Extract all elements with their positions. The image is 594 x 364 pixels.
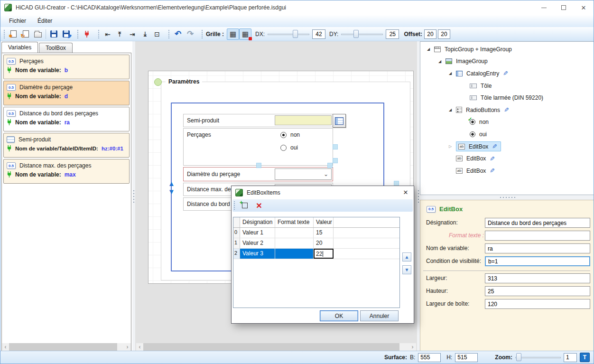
left-panel-hscrollbar[interactable]: ‹ ›: [2, 343, 131, 351]
toolbar-grip[interactable]: [77, 29, 79, 39]
cell-valeur-editing[interactable]: 22: [314, 249, 334, 259]
offset-x-input[interactable]: [424, 29, 436, 39]
align-top-button[interactable]: ⇤: [114, 28, 126, 40]
align-bottom-button[interactable]: ⇤: [139, 28, 151, 40]
tree-props-splitter[interactable]: [420, 195, 594, 200]
redo-button[interactable]: ↷: [184, 28, 196, 40]
expander-closed-icon[interactable]: ▷: [449, 144, 456, 149]
offset-y-input[interactable]: [438, 29, 450, 39]
surface-b-input[interactable]: [418, 353, 441, 362]
resize-handle[interactable]: [333, 144, 338, 149]
surface-h-input[interactable]: [455, 353, 478, 362]
zoom-slider-thumb[interactable]: [516, 353, 521, 361]
zoom-input[interactable]: [564, 353, 577, 362]
cell-designation[interactable]: Valeur 2: [240, 238, 275, 248]
minimize-button[interactable]: [534, 0, 554, 15]
expander-open-icon[interactable]: ◢: [438, 59, 446, 64]
tree-item-editbox-1[interactable]: ▷ ab EditBox ✎: [420, 140, 594, 153]
tree-item-tole[interactable]: Tôle: [420, 80, 594, 92]
cell-designation[interactable]: Valeur 3: [240, 249, 275, 259]
expander-open-icon[interactable]: ◢: [427, 47, 434, 51]
expander-open-icon[interactable]: ◢: [449, 108, 456, 112]
variable-plug-button[interactable]: [81, 28, 93, 40]
table-row-selected[interactable]: 2 Valeur 3 22: [233, 249, 399, 259]
canvas-hscrollbar[interactable]: ‹ ›: [136, 343, 416, 351]
dx-input[interactable]: [312, 29, 325, 39]
tree-item-topicgroup[interactable]: ◢ TopicGroup + ImageGroup: [420, 43, 594, 56]
toolbar-grip[interactable]: [233, 201, 235, 210]
column-valeur[interactable]: Valeur: [314, 217, 334, 227]
table-row[interactable]: 0 Valeur 1 15: [233, 228, 399, 238]
scroll-right-icon[interactable]: ›: [409, 343, 416, 351]
scrollbar-thumb[interactable]: [143, 343, 399, 351]
text-mode-button[interactable]: T: [580, 353, 590, 362]
pencil-icon[interactable]: ✎: [490, 155, 495, 162]
resize-handle[interactable]: [256, 163, 261, 168]
menu-fichier[interactable]: Fichier: [4, 16, 31, 26]
table-row[interactable]: 1 Valeur 2 20: [233, 238, 399, 249]
dx-slider-thumb[interactable]: [293, 30, 298, 38]
pencil-icon[interactable]: ✎: [503, 70, 508, 77]
move-down-icon[interactable]: ▼: [168, 188, 175, 195]
tree-item-tole-larmee[interactable]: Tôle larmée (DIN 59220): [420, 92, 594, 104]
tree-item-non[interactable]: ✓ non: [420, 116, 594, 129]
radio-option-non[interactable]: non: [280, 131, 300, 138]
pencil-icon[interactable]: ✎: [490, 167, 495, 174]
condition-input[interactable]: [485, 256, 590, 266]
resize-handle[interactable]: [327, 163, 333, 168]
add-row-button[interactable]: +: [237, 200, 250, 211]
tree-item-radiobuttons[interactable]: ◢ RadioButtons ✎: [420, 104, 594, 116]
form-row-percages[interactable]: Perçages non oui: [183, 128, 333, 166]
toolbar-grip[interactable]: [201, 29, 203, 39]
tree-selection[interactable]: ab EditBox ✎: [456, 141, 501, 151]
ok-button[interactable]: OK: [320, 310, 358, 321]
tree-item-catalogentry[interactable]: ◢ CatalogEntry ✎: [420, 67, 594, 80]
save-button[interactable]: [47, 28, 60, 40]
zoom-slider[interactable]: [515, 353, 561, 362]
dialog-title-bar[interactable]: EditBoxItems: [232, 186, 414, 199]
move-up-icon[interactable]: ▲: [168, 180, 175, 187]
grid-toggle-button[interactable]: ▦: [227, 28, 239, 40]
cell-valeur[interactable]: 15: [314, 228, 334, 238]
column-designation[interactable]: Désignation: [240, 217, 275, 227]
toolbar-grip[interactable]: [98, 29, 100, 39]
designation-input[interactable]: [485, 218, 590, 228]
pencil-icon[interactable]: ✎: [504, 106, 509, 113]
dialog-close-button[interactable]: ✕: [398, 186, 414, 199]
anchor-handle[interactable]: [154, 78, 162, 86]
catalog-table-button[interactable]: [333, 114, 346, 128]
tree-item-editbox-2[interactable]: ab EditBox ✎: [420, 152, 594, 165]
radio-selected-icon[interactable]: [280, 132, 287, 138]
tree-item-editbox-3[interactable]: ab EditBox ✎: [420, 165, 594, 177]
delete-row-button[interactable]: ✕: [250, 200, 262, 211]
new-file-button[interactable]: ✱: [7, 28, 19, 40]
toolbar-grip[interactable]: [3, 29, 5, 39]
scroll-left-icon[interactable]: ‹: [136, 343, 143, 351]
variable-card-distance-bord[interactable]: 0.5Distance du bord des perçages Nom de …: [3, 107, 130, 131]
radio-icon[interactable]: [280, 145, 287, 151]
tab-toolbox[interactable]: ToolBox: [39, 43, 73, 53]
largeur-boite-input[interactable]: [485, 299, 590, 309]
menu-editer[interactable]: Éditer: [33, 16, 57, 26]
form-row-semi-produit[interactable]: Semi-produit: [183, 114, 333, 127]
tree-item-oui[interactable]: oui: [420, 128, 594, 140]
scroll-left-icon[interactable]: ‹: [2, 343, 9, 351]
dx-slider[interactable]: [268, 30, 309, 38]
dy-slider-thumb[interactable]: [353, 30, 359, 38]
undo-button[interactable]: ↶: [172, 28, 184, 40]
pencil-icon[interactable]: ✎: [492, 143, 497, 150]
dy-input[interactable]: [386, 29, 399, 39]
scrollbar-thumb[interactable]: [9, 343, 117, 351]
row-index[interactable]: 1: [233, 238, 240, 248]
form-row-diametre[interactable]: Diamètre du perçage ⌄: [183, 167, 333, 181]
tab-variables[interactable]: Variables: [1, 42, 38, 53]
format-texte-input[interactable]: [485, 231, 590, 241]
nom-variable-input[interactable]: [485, 243, 590, 253]
cell-format[interactable]: [275, 238, 314, 248]
resize-handle[interactable]: [333, 158, 338, 163]
maximize-button[interactable]: [554, 0, 574, 15]
cell-designation[interactable]: Valeur 1: [240, 228, 275, 238]
variable-card-percages[interactable]: 0.5Perçages Nom de variable:b: [3, 55, 130, 79]
move-row-up-button[interactable]: ▲: [402, 252, 411, 261]
variable-card-distance-max[interactable]: 0.5Distance max. des perçages Nom de var…: [3, 159, 130, 184]
